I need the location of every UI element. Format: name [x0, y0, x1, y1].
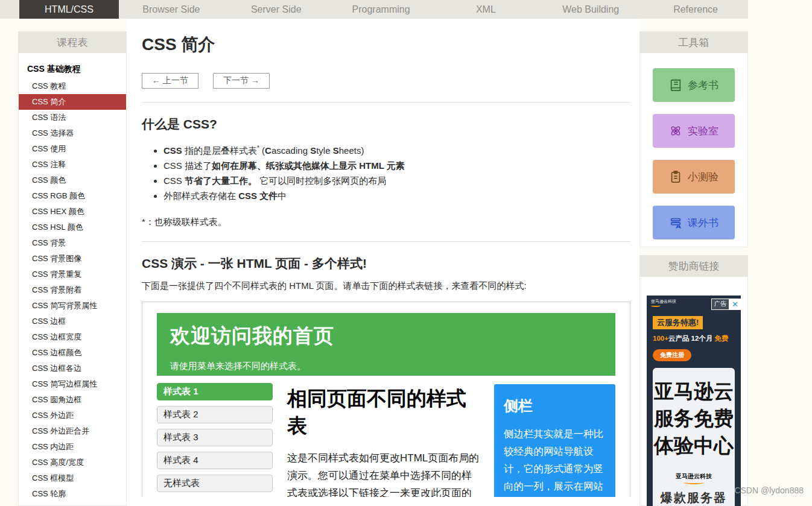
sponsor-title: 赞助商链接: [668, 259, 720, 273]
prev-section-button[interactable]: ← 上一节: [142, 73, 198, 89]
sponsor-header: 赞助商链接: [639, 255, 748, 277]
divider: [142, 241, 630, 242]
sidebar-item[interactable]: CSS 简写边框属性: [19, 376, 126, 392]
toolbox-button-label: 小测验: [688, 170, 718, 184]
demo-main-heading: 相同页面不同的样式表: [287, 385, 480, 440]
demo-banner: 欢迎访问我的首页 请使用菜单来选择不同的样式表。: [157, 313, 615, 376]
sidebar-item[interactable]: CSS 边框颜色: [19, 345, 126, 361]
ad-top-bar: 亚马逊云科技 广告 ✕: [647, 296, 741, 310]
clipboard-icon: [669, 170, 682, 183]
nav-tab-web-building[interactable]: Web Building: [538, 0, 643, 19]
ad-card-brand-text: 亚马逊云科技: [676, 473, 712, 479]
sidebar-item[interactable]: CSS 颜色: [19, 172, 126, 188]
toolbox-button-atom[interactable]: 实验室: [653, 114, 735, 148]
tools-sidebar: 工具箱 参考书实验室小测验课外书 赞助商链接 亚马逊云科技 广告 ✕ 云服务特惠…: [639, 31, 748, 506]
close-icon[interactable]: ✕: [729, 299, 741, 310]
next-section-button[interactable]: 下一节 →: [213, 73, 270, 89]
sidebar-item[interactable]: CSS 内边距: [19, 439, 126, 455]
sidebar-item[interactable]: CSS 边框: [19, 314, 126, 329]
sidebar-item[interactable]: CSS 语法: [19, 110, 126, 125]
course-sidebar: 课程表 CSS 基础教程 CSS 教程CSS 简介CSS 语法CSS 选择器CS…: [18, 31, 127, 506]
toolbox-button-reference-book[interactable]: 参考书: [653, 68, 735, 102]
smile-icon: [651, 304, 661, 307]
ad-promo-mid: 云产品 12个月: [668, 335, 713, 342]
demo-main-text: 这是不同样式表如何更改HTML页面布局的演示。您可以通过在菜单中选择不同的样式表…: [287, 449, 480, 497]
toolbox-button-label: 实验室: [688, 124, 718, 138]
nav-tab-server-side[interactable]: Server Side: [224, 0, 329, 19]
css-demo-frame: 欢迎访问我的首页 请使用菜单来选择不同的样式表。 样式表 1样式表 2样式表 3…: [142, 302, 630, 497]
demo-menu-item[interactable]: 样式表 4: [157, 452, 273, 469]
top-nav: HTML/CSSBrowser SideServer SideProgrammi…: [0, 0, 748, 19]
demo-main: 相同页面不同的样式表 这是不同样式表如何更改HTML页面布局的演示。您可以通过在…: [287, 383, 480, 497]
sidebar-item[interactable]: CSS 背景重复: [19, 267, 126, 282]
css-demo-intro: 下面是一张提供了四个不同样式表的 HTML 页面。请单击下面的样式表链接，来查看…: [142, 280, 630, 292]
nav-tab-programming[interactable]: Programming: [329, 0, 434, 19]
demo-sidebar: 侧栏 侧边栏其实就是一种比较经典的网站导航设计，它的形式通常为竖向的一列，展示在…: [494, 384, 615, 497]
sidebar-item[interactable]: CSS 边框宽度: [19, 329, 126, 345]
course-sidebar-header: 课程表: [18, 31, 127, 53]
sidebar-item[interactable]: CSS 背景附着: [19, 282, 126, 298]
nav-tab-xml[interactable]: XML: [433, 0, 538, 19]
what-is-css-heading: 什么是 CSS?: [142, 116, 630, 133]
sidebar-item[interactable]: CSS 使用: [19, 141, 126, 157]
sidebar-item[interactable]: CSS 背景: [19, 235, 126, 251]
sidebar-item[interactable]: CSS 外边距: [19, 408, 126, 423]
ad-promo-suffix: 免费: [715, 335, 729, 342]
page-title: CSS 简介: [142, 33, 630, 56]
ad-promo-prefix: 100+: [653, 335, 668, 342]
toolbox-button-books[interactable]: 课外书: [653, 206, 735, 239]
demo-menu-item[interactable]: 样式表 1: [157, 383, 273, 400]
ad-cta-button[interactable]: 免费注册: [653, 349, 691, 361]
pager: ← 上一节 下一节 →: [142, 73, 630, 89]
ad-card-brand: 亚马逊云科技: [676, 472, 712, 484]
course-list: CSS 基础教程 CSS 教程CSS 简介CSS 语法CSS 选择器CSS 使用…: [18, 53, 127, 506]
books-icon: [669, 216, 682, 229]
sidebar-item[interactable]: CSS HSL 颜色: [19, 220, 126, 235]
nav-tab-reference[interactable]: Reference: [643, 0, 748, 19]
sidebar-item[interactable]: CSS 高度/宽度: [19, 455, 126, 470]
course-group-heading[interactable]: CSS 基础教程: [19, 60, 126, 78]
sidebar-item[interactable]: CSS 背景图像: [19, 251, 126, 267]
bullet-item: 外部样式表存储在 CSS 文件中: [163, 189, 630, 203]
toolbox-button-clipboard[interactable]: 小测验: [653, 160, 735, 194]
demo-banner-title: 欢迎访问我的首页: [170, 323, 602, 350]
ad-card: 亚马逊云服务免费体验中心 亚马逊云科技: [653, 368, 735, 501]
sidebar-item[interactable]: CSS 外边距合并: [19, 423, 126, 439]
sidebar-item[interactable]: CSS 边框各边: [19, 361, 126, 376]
ad-card-title: 亚马逊云服务免费体验中心: [653, 378, 735, 459]
sidebar-item[interactable]: CSS 选择器: [19, 125, 126, 141]
sidebar-item[interactable]: CSS 框模型: [19, 470, 126, 486]
nav-tab-html-css[interactable]: HTML/CSS: [19, 0, 119, 19]
csdn-watermark: CSDN @lydon888: [734, 485, 804, 495]
sidebar-item[interactable]: CSS 圆角边框: [19, 392, 126, 408]
sidebar-item[interactable]: CSS 注释: [19, 157, 126, 172]
sidebar-item[interactable]: CSS RGB 颜色: [19, 188, 126, 204]
demo-body: 样式表 1样式表 2样式表 3样式表 4无样式表 相同页面不同的样式表 这是不同…: [157, 383, 615, 497]
demo-sidebar-heading: 侧栏: [504, 396, 606, 416]
smile-icon: [684, 481, 704, 484]
demo-menu-item[interactable]: 样式表 3: [157, 429, 273, 446]
sidebar-item[interactable]: CSS 轮廓: [19, 486, 126, 502]
atom-icon: [669, 124, 682, 138]
sidebar-item[interactable]: CSS 简介: [19, 94, 126, 110]
ad-promo-badge: 云服务特惠!: [653, 316, 703, 329]
what-is-css-list: CSS 指的是层叠样式表* (Cascading Style Sheets)CS…: [163, 141, 630, 203]
toolbox-button-label: 课外书: [688, 216, 718, 230]
demo-menu-item[interactable]: 无样式表: [157, 475, 273, 492]
ad-bottom-text: 爆款服务器 云: [653, 488, 735, 506]
sidebar-item[interactable]: CSS HEX 颜色: [19, 204, 126, 220]
ad-flag: 广告 ✕: [711, 299, 741, 310]
demo-banner-subtitle: 请使用菜单来选择不同的样式表。: [170, 361, 602, 372]
ad-brand-logo: 亚马逊云科技: [651, 299, 676, 307]
sidebar-item[interactable]: CSS 教程: [19, 78, 126, 94]
toolbox-header: 工具箱: [639, 31, 748, 53]
nav-tab-browser-side[interactable]: Browser Side: [119, 0, 224, 19]
sidebar-item[interactable]: CSS 简写背景属性: [19, 298, 126, 314]
ad-banner[interactable]: 亚马逊云科技 广告 ✕ 云服务特惠! 100+云产品 12个月 免费 免费注册 …: [647, 296, 741, 506]
ad-label: 广告: [711, 299, 729, 310]
main-content: CSS 简介 ← 上一节 下一节 → 什么是 CSS? CSS 指的是层叠样式表…: [142, 33, 630, 497]
course-sidebar-title: 课程表: [57, 36, 88, 49]
toolbox-button-label: 参考书: [688, 78, 718, 92]
bullet-item: CSS 描述了如何在屏幕、纸张或其他媒体上显示 HTML 元素: [163, 159, 630, 173]
demo-menu-item[interactable]: 样式表 2: [157, 406, 273, 423]
